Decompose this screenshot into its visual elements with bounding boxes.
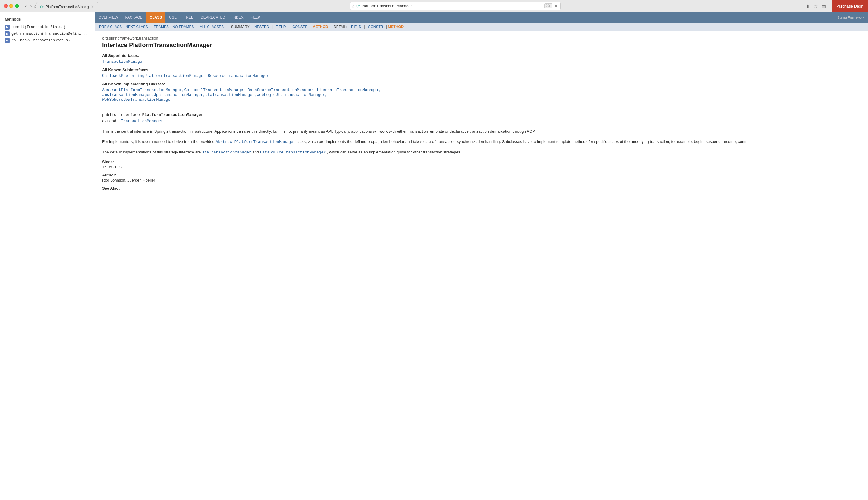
all-impl-label: All Known Implementing Classes:	[102, 82, 861, 86]
nav-use[interactable]: USE	[165, 12, 180, 23]
app-layout: Methods M commit(TransactionStatus) M ge…	[0, 12, 868, 500]
spring-framework-label: Spring Framework	[837, 16, 868, 19]
author-value: Rod Johnson, Juergen Hoeller	[102, 178, 861, 182]
description-3: The default implementations of this stra…	[102, 149, 861, 156]
jta-tm-link[interactable]: JtaTransactionManager	[205, 93, 255, 97]
summary-method-link[interactable]: METHOD	[313, 25, 328, 29]
since-label: Since:	[102, 160, 861, 164]
weblogic-jta-tm-link[interactable]: WebLogicJtaTransactionManager	[257, 93, 325, 97]
transaction-manager-link[interactable]: TransactionManager	[102, 59, 144, 64]
content-area: OVERVIEW PACKAGE CLASS USE TREE DEPRECAT…	[95, 12, 868, 500]
tab-title: PlatformTransactionManag	[46, 5, 89, 9]
since-value: 16.05.2003	[102, 164, 861, 169]
address-favicon-icon: ⟳	[356, 4, 360, 9]
address-bar: ⌕ ⟳ PlatformTransactionManager ⌘L ✕	[350, 2, 560, 10]
see-also-label: See Also:	[102, 186, 861, 191]
summary-constr-link[interactable]: CONSTR	[291, 24, 310, 30]
second-nav: PREV CLASS NEXT CLASS FRAMES NO FRAMES A…	[95, 23, 868, 31]
sidebar-item-gettransaction[interactable]: M getTransaction(TransactionDefini...	[0, 31, 95, 37]
package-name: org.springframework.transaction	[102, 36, 861, 41]
browser-chrome: ‹ › ⌂ ⟳ PlatformTransactionManag ✕ + ⌕ ⟳…	[0, 0, 868, 12]
websphere-uow-tm-link[interactable]: WebSphereUowTransactionManager	[102, 98, 173, 102]
interface-title: Interface PlatformTransactionManager	[102, 42, 861, 48]
datasource-tm-inline-link[interactable]: DataSourceTransactionManager	[260, 150, 326, 155]
purchase-dash-button[interactable]: Purchase Dash	[832, 0, 868, 12]
address-text[interactable]: PlatformTransactionManager	[362, 4, 543, 8]
nav-class[interactable]: CLASS	[146, 12, 166, 23]
cci-local-tm-link[interactable]: CciLocalTransactionManager	[184, 88, 245, 92]
nav-help[interactable]: HELP	[247, 12, 264, 23]
extends-transaction-manager-link[interactable]: TransactionManager	[121, 119, 163, 123]
summary-nested-link[interactable]: NESTED	[253, 24, 271, 30]
method-icon-rollback: M	[5, 38, 10, 43]
detail-constr-link[interactable]: CONSTR	[366, 24, 385, 30]
method-icon-gettransaction: M	[5, 31, 10, 36]
sidebar-item-rollback[interactable]: M rollback(TransactionStatus)	[0, 37, 95, 44]
sidebar-item-commit[interactable]: M commit(TransactionStatus)	[0, 24, 95, 31]
description-1: This is the central interface in Spring'…	[102, 128, 861, 135]
nav-deprecated[interactable]: DEPRECATED	[197, 12, 229, 23]
nav-buttons: ‹ › ⌂	[24, 3, 37, 9]
all-subinterfaces-links: CallbackPreferringPlatformTransactionMan…	[102, 73, 861, 78]
sidebar-item-text-rollback: rollback(TransactionStatus)	[11, 38, 70, 43]
abstract-ptm-inline-link[interactable]: AbstractPlatformTransactionManager	[216, 140, 296, 144]
summary-label: SUMMARY:	[230, 24, 252, 30]
bookmark-icon[interactable]: ☆	[813, 3, 818, 9]
shortcut-badge: ⌘L	[544, 3, 553, 9]
sidebar: Methods M commit(TransactionStatus) M ge…	[0, 12, 95, 500]
jta-tm-inline-link[interactable]: JtaTransactionManager	[202, 150, 251, 155]
summary-field-link[interactable]: FIELD	[274, 24, 288, 30]
tab-close-button[interactable]: ✕	[91, 4, 94, 9]
all-superinterfaces-links: TransactionManager	[102, 59, 861, 64]
next-class-link[interactable]: NEXT CLASS	[124, 24, 150, 30]
frames-link[interactable]: FRAMES	[152, 24, 171, 30]
fullscreen-button[interactable]	[15, 4, 19, 8]
no-frames-link[interactable]: NO FRAMES	[171, 24, 196, 30]
sidebar-title: Methods	[0, 16, 95, 24]
jpa-tm-link[interactable]: JpaTransactionManager	[154, 93, 203, 97]
address-clear-button[interactable]: ✕	[554, 4, 558, 9]
detail-field-link[interactable]: FIELD	[349, 24, 363, 30]
top-nav: OVERVIEW PACKAGE CLASS USE TREE DEPRECAT…	[95, 12, 868, 23]
detail-method-link[interactable]: METHOD	[388, 25, 404, 29]
forward-button[interactable]: ›	[29, 3, 33, 9]
description-2: For implementors, it is recommended to d…	[102, 138, 861, 145]
datasource-tm-link[interactable]: DataSourceTransactionManager	[248, 88, 313, 92]
resource-transaction-manager-link[interactable]: ResourceTransactionManager	[208, 73, 269, 78]
sidebar-item-text-commit: commit(TransactionStatus)	[11, 25, 66, 29]
callback-preferring-link[interactable]: CallbackPreferringPlatformTransactionMan…	[102, 73, 206, 78]
divider	[102, 107, 861, 107]
close-button[interactable]	[4, 4, 8, 8]
tab-favicon-icon: ⟳	[40, 4, 44, 9]
code-block: public interface public interface Platfo…	[102, 112, 861, 125]
minimize-button[interactable]	[9, 4, 13, 8]
back-button[interactable]: ‹	[24, 3, 28, 9]
prev-class-link[interactable]: PREV CLASS	[97, 24, 124, 30]
jms-tm-link[interactable]: JmsTransactionManager	[102, 93, 152, 97]
toolbar-right: ⬆ ☆ ▤	[806, 0, 826, 12]
all-superinterfaces-label: All Superinterfaces:	[102, 53, 861, 58]
nav-overview[interactable]: OVERVIEW	[95, 12, 121, 23]
author-label: Author:	[102, 173, 861, 177]
share-icon[interactable]: ⬆	[806, 3, 810, 9]
nav-package[interactable]: PACKAGE	[121, 12, 146, 23]
sidebar-item-text-gettransaction: getTransaction(TransactionDefini...	[11, 32, 88, 36]
nav-tree[interactable]: TREE	[180, 12, 197, 23]
abstract-platform-tm-link[interactable]: AbstractPlatformTransactionManager	[102, 88, 182, 92]
doc-content: org.springframework.transaction Interfac…	[95, 31, 868, 196]
detail-label: DETAIL:	[333, 24, 348, 30]
all-impl-links: AbstractPlatformTransactionManager, CciL…	[102, 88, 861, 102]
traffic-lights	[4, 4, 19, 8]
browser-tab[interactable]: ⟳ PlatformTransactionManag ✕	[36, 2, 98, 11]
method-icon-commit: M	[5, 25, 10, 30]
all-subinterfaces-label: All Known Subinterfaces:	[102, 68, 861, 72]
search-icon: ⌕	[352, 4, 355, 8]
nav-index[interactable]: INDEX	[229, 12, 247, 23]
sidebar-icon[interactable]: ▤	[821, 3, 826, 9]
all-classes-link[interactable]: ALL CLASSES	[198, 24, 226, 30]
hibernate-tm-link[interactable]: HibernateTransactionManager	[315, 88, 379, 92]
